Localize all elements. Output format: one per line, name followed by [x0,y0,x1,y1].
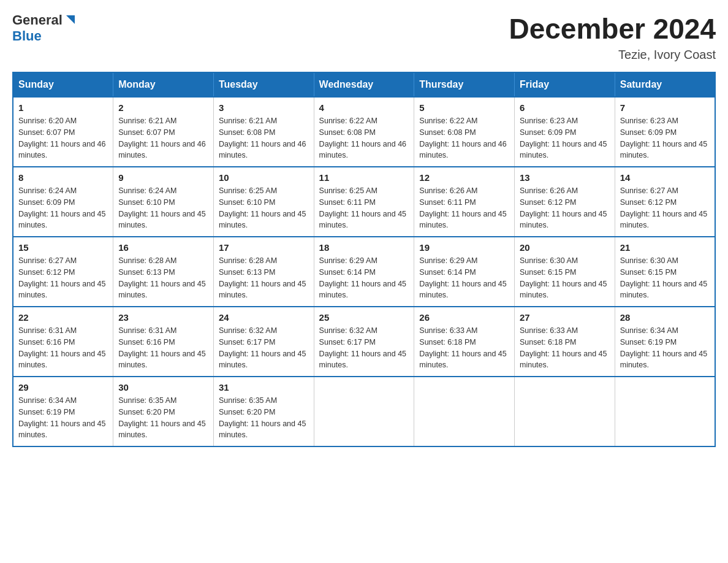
daylight-label: Daylight: 11 hours and 45 minutes. [319,280,406,300]
day-number: 25 [319,312,409,323]
day-info: Sunrise: 6:33 AM Sunset: 6:18 PM Dayligh… [520,325,610,371]
day-number: 12 [419,172,509,183]
daylight-label: Daylight: 11 hours and 45 minutes. [118,210,205,230]
sunset-label: Sunset: 6:14 PM [419,268,476,277]
day-info: Sunrise: 6:28 AM Sunset: 6:13 PM Dayligh… [219,255,309,301]
sunrise-label: Sunrise: 6:26 AM [419,186,477,195]
sunset-label: Sunset: 6:07 PM [18,128,75,137]
daylight-label: Daylight: 11 hours and 45 minutes. [620,140,707,160]
sunrise-label: Sunrise: 6:30 AM [520,256,578,265]
sunset-label: Sunset: 6:17 PM [319,338,376,347]
day-number: 27 [520,312,610,323]
day-info: Sunrise: 6:24 AM Sunset: 6:10 PM Dayligh… [118,185,208,231]
daylight-label: Daylight: 11 hours and 45 minutes. [520,280,607,300]
day-number: 16 [118,242,208,253]
day-info: Sunrise: 6:22 AM Sunset: 6:08 PM Dayligh… [419,115,509,161]
calendar-day-cell [515,377,615,446]
day-info: Sunrise: 6:23 AM Sunset: 6:09 PM Dayligh… [620,115,710,161]
day-number: 4 [319,102,409,113]
calendar-day-cell: 26 Sunrise: 6:33 AM Sunset: 6:18 PM Dayl… [414,307,515,377]
daylight-label: Daylight: 11 hours and 45 minutes. [118,350,205,370]
sunrise-label: Sunrise: 6:26 AM [520,186,578,195]
day-info: Sunrise: 6:20 AM Sunset: 6:07 PM Dayligh… [18,115,108,161]
day-number: 1 [18,102,108,113]
sunset-label: Sunset: 6:15 PM [520,268,576,277]
sunset-label: Sunset: 6:11 PM [319,198,376,207]
calendar-table: SundayMondayTuesdayWednesdayThursdayFrid… [12,72,716,447]
sunset-label: Sunset: 6:09 PM [520,128,576,137]
calendar-day-cell: 6 Sunrise: 6:23 AM Sunset: 6:09 PM Dayli… [515,97,615,167]
sunrise-label: Sunrise: 6:28 AM [118,256,176,265]
day-info: Sunrise: 6:34 AM Sunset: 6:19 PM Dayligh… [18,395,108,441]
logo-triangle-icon [64,13,77,26]
day-number: 10 [219,172,309,183]
day-info: Sunrise: 6:32 AM Sunset: 6:17 PM Dayligh… [319,325,409,371]
sunset-label: Sunset: 6:08 PM [419,128,476,137]
daylight-label: Daylight: 11 hours and 45 minutes. [419,210,506,230]
logo-general-text: General [12,12,63,28]
month-title: December 2024 [509,12,716,45]
calendar-day-cell: 16 Sunrise: 6:28 AM Sunset: 6:13 PM Dayl… [113,237,214,307]
day-info: Sunrise: 6:21 AM Sunset: 6:08 PM Dayligh… [219,115,309,161]
sunset-label: Sunset: 6:13 PM [118,268,175,277]
page-header: General Blue December 2024 Tezie, Ivory … [12,12,716,62]
sunrise-label: Sunrise: 6:24 AM [118,186,176,195]
sunset-label: Sunset: 6:07 PM [118,128,175,137]
sunset-label: Sunset: 6:16 PM [18,338,75,347]
calendar-week-row: 1 Sunrise: 6:20 AM Sunset: 6:07 PM Dayli… [13,97,715,167]
calendar-week-row: 29 Sunrise: 6:34 AM Sunset: 6:19 PM Dayl… [13,377,715,446]
sunrise-label: Sunrise: 6:22 AM [319,117,377,125]
daylight-label: Daylight: 11 hours and 45 minutes. [419,280,506,300]
calendar-day-cell: 22 Sunrise: 6:31 AM Sunset: 6:16 PM Dayl… [13,307,113,377]
day-number: 3 [219,102,309,113]
calendar-day-cell: 7 Sunrise: 6:23 AM Sunset: 6:09 PM Dayli… [615,97,715,167]
svg-marker-0 [66,15,75,24]
sunrise-label: Sunrise: 6:25 AM [219,186,277,195]
sunset-label: Sunset: 6:13 PM [219,268,275,277]
day-number: 17 [219,242,309,253]
day-info: Sunrise: 6:23 AM Sunset: 6:09 PM Dayligh… [520,115,610,161]
sunset-label: Sunset: 6:17 PM [219,338,275,347]
daylight-label: Daylight: 11 hours and 45 minutes. [219,419,306,440]
weekday-header: Tuesday [213,72,314,97]
daylight-label: Daylight: 11 hours and 45 minutes. [219,350,306,370]
daylight-label: Daylight: 11 hours and 45 minutes. [18,419,105,440]
calendar-day-cell: 3 Sunrise: 6:21 AM Sunset: 6:08 PM Dayli… [213,97,314,167]
logo-blue-text: Blue [12,28,42,44]
calendar-day-cell: 23 Sunrise: 6:31 AM Sunset: 6:16 PM Dayl… [113,307,214,377]
calendar-header: SundayMondayTuesdayWednesdayThursdayFrid… [13,72,715,97]
daylight-label: Daylight: 11 hours and 45 minutes. [520,210,607,230]
daylight-label: Daylight: 11 hours and 45 minutes. [419,350,506,370]
day-info: Sunrise: 6:21 AM Sunset: 6:07 PM Dayligh… [118,115,208,161]
daylight-label: Daylight: 11 hours and 45 minutes. [620,350,707,370]
day-number: 9 [118,172,208,183]
day-info: Sunrise: 6:27 AM Sunset: 6:12 PM Dayligh… [18,255,108,301]
sunset-label: Sunset: 6:20 PM [118,408,175,416]
location-text: Tezie, Ivory Coast [509,48,716,62]
sunrise-label: Sunrise: 6:23 AM [520,117,578,125]
day-number: 20 [520,242,610,253]
weekday-header: Thursday [414,72,515,97]
weekday-header: Sunday [13,72,113,97]
calendar-week-row: 15 Sunrise: 6:27 AM Sunset: 6:12 PM Dayl… [13,237,715,307]
daylight-label: Daylight: 11 hours and 45 minutes. [219,210,306,230]
calendar-day-cell: 12 Sunrise: 6:26 AM Sunset: 6:11 PM Dayl… [414,167,515,237]
sunrise-label: Sunrise: 6:21 AM [118,117,176,125]
day-info: Sunrise: 6:22 AM Sunset: 6:08 PM Dayligh… [319,115,409,161]
sunrise-label: Sunrise: 6:33 AM [520,326,578,335]
sunset-label: Sunset: 6:10 PM [118,198,175,207]
calendar-body: 1 Sunrise: 6:20 AM Sunset: 6:07 PM Dayli… [13,97,715,446]
sunset-label: Sunset: 6:19 PM [620,338,677,347]
sunrise-label: Sunrise: 6:35 AM [219,396,277,405]
sunrise-label: Sunrise: 6:27 AM [620,186,678,195]
day-info: Sunrise: 6:29 AM Sunset: 6:14 PM Dayligh… [419,255,509,301]
day-info: Sunrise: 6:30 AM Sunset: 6:15 PM Dayligh… [620,255,710,301]
daylight-label: Daylight: 11 hours and 45 minutes. [620,280,707,300]
day-number: 14 [620,172,710,183]
sunrise-label: Sunrise: 6:35 AM [118,396,176,405]
sunrise-label: Sunrise: 6:21 AM [219,117,277,125]
sunset-label: Sunset: 6:11 PM [419,198,476,207]
day-number: 22 [18,312,108,323]
logo: General Blue [12,12,77,44]
daylight-label: Daylight: 11 hours and 45 minutes. [219,280,306,300]
